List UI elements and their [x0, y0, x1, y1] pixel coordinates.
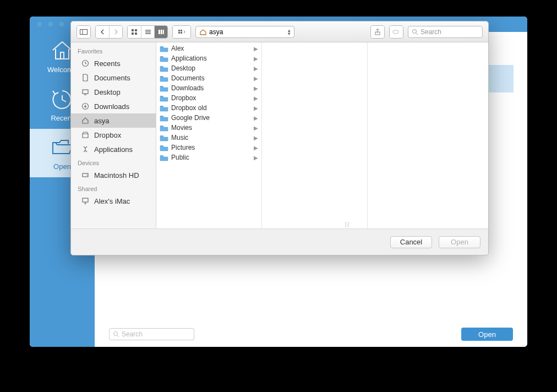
folder-icon — [160, 134, 168, 141]
folder-row-dropbox-old[interactable]: Dropbox old▶ — [156, 103, 261, 113]
svg-rect-22 — [83, 90, 88, 94]
folder-row-google-drive[interactable]: Google Drive▶ — [156, 113, 261, 123]
share-button[interactable] — [370, 25, 385, 39]
main-open-button[interactable]: Open — [461, 328, 513, 341]
chevron-right-icon: ▶ — [254, 145, 258, 151]
grid-icon — [131, 29, 138, 35]
home-icon — [81, 117, 90, 124]
svg-rect-26 — [83, 198, 88, 202]
sidebar-item-recents[interactable]: Recents — [71, 56, 156, 70]
folder-label: Documents — [171, 74, 205, 82]
folder-row-pictures[interactable]: Pictures▶ — [156, 143, 261, 153]
folder-row-documents[interactable]: Documents▶ — [156, 73, 261, 83]
sidebar-item-label: Macintosh HD — [94, 171, 139, 179]
dialog-toolbar: asya ▴▾ Search — [71, 21, 488, 42]
group-icon — [173, 26, 190, 38]
file-column-1[interactable]: Alex▶Applications▶Desktop▶Documents▶Down… — [156, 42, 262, 228]
svg-rect-4 — [132, 29, 134, 31]
app-icon — [81, 145, 90, 153]
tag-icon — [390, 26, 403, 38]
sidebar-item-label: asya — [94, 117, 109, 125]
nav-forward-button[interactable] — [109, 26, 122, 38]
group-dropdown[interactable] — [172, 25, 191, 39]
clock-icon — [81, 59, 90, 67]
folder-label: Dropbox old — [171, 104, 207, 112]
nav-back-button[interactable] — [96, 26, 109, 38]
folder-icon — [160, 75, 168, 82]
chevron-right-icon: ▶ — [254, 115, 258, 121]
path-label: asya — [209, 28, 223, 36]
tag-button[interactable] — [389, 25, 403, 39]
folder-icon — [160, 65, 168, 72]
folder-row-music[interactable]: Music▶ — [156, 133, 261, 143]
sidebar-item-label: Desktop — [94, 88, 121, 96]
main-search-input[interactable]: Search — [109, 328, 194, 340]
hdd-icon — [81, 171, 90, 179]
svg-rect-17 — [181, 32, 182, 34]
doc-icon — [81, 74, 90, 81]
folder-label: Desktop — [171, 64, 195, 72]
sidebar-section-devices: Devices — [71, 156, 156, 168]
view-list-button[interactable] — [141, 26, 154, 38]
folder-row-dropbox[interactable]: Dropbox▶ — [156, 93, 261, 103]
folder-row-downloads[interactable]: Downloads▶ — [156, 83, 261, 93]
folder-row-alex[interactable]: Alex▶ — [156, 43, 261, 53]
folder-row-movies[interactable]: Movies▶ — [156, 123, 261, 133]
sidebar-item-label: Applications — [94, 145, 133, 154]
chevron-left-icon — [100, 29, 105, 35]
search-placeholder: Search — [122, 330, 143, 338]
folder-label: Downloads — [171, 84, 204, 92]
sidebar-item-label: Documents — [94, 74, 130, 82]
svg-rect-14 — [178, 30, 180, 31]
sidebar-item-asya[interactable]: asya — [71, 113, 156, 128]
dialog-search-input[interactable]: Search — [408, 26, 483, 38]
sidebar-item-dropbox[interactable]: Dropbox — [71, 128, 156, 142]
sidebar-toggle-icon — [77, 26, 90, 38]
folder-icon — [160, 105, 168, 112]
sidebar-item-desktop[interactable]: Desktop — [71, 85, 156, 99]
sidebar-item-macintosh-hd[interactable]: Macintosh HD — [71, 168, 156, 182]
svg-rect-15 — [181, 30, 182, 31]
folder-row-desktop[interactable]: Desktop▶ — [156, 63, 261, 73]
folder-row-applications[interactable]: Applications▶ — [156, 53, 261, 63]
folder-row-public[interactable]: Public▶ — [156, 153, 261, 162]
svg-rect-16 — [178, 32, 180, 34]
folder-label: Pictures — [171, 144, 195, 151]
svg-point-1 — [114, 332, 118, 336]
chevron-right-icon: ▶ — [254, 85, 258, 91]
chevron-right-icon: ▶ — [254, 155, 258, 161]
svg-rect-5 — [135, 29, 137, 31]
sidebar-section-shared: Shared — [71, 182, 156, 194]
share-icon — [371, 26, 384, 38]
folder-label: Movies — [171, 124, 192, 132]
box-icon — [81, 131, 90, 139]
dialog-footer: Cancel Open — [71, 228, 488, 255]
sidebar-tab-label: Open — [53, 162, 71, 171]
file-column-3[interactable] — [368, 42, 488, 228]
sidebar-toggle[interactable] — [77, 25, 91, 39]
file-open-dialog: asya ▴▾ Search Favorites RecentsDocument… — [70, 21, 489, 255]
view-icons-button[interactable] — [128, 26, 141, 38]
search-icon — [412, 29, 418, 35]
folder-icon — [160, 55, 168, 62]
monitor-icon — [81, 197, 90, 205]
sidebar-item-alex-s-imac[interactable]: Alex's iMac — [71, 194, 156, 208]
file-column-2[interactable] — [262, 42, 368, 228]
folder-icon — [160, 115, 168, 122]
sidebar-item-documents[interactable]: Documents — [71, 70, 156, 85]
folder-icon — [160, 154, 168, 161]
open-button[interactable]: Open — [439, 236, 480, 248]
view-columns-button[interactable] — [154, 26, 167, 38]
resize-handle[interactable]: || — [345, 221, 350, 227]
chevron-right-icon: ▶ — [254, 66, 258, 72]
download-icon — [81, 102, 90, 110]
view-mode-buttons — [127, 25, 168, 39]
sidebar-item-downloads[interactable]: Downloads — [71, 99, 156, 113]
folder-icon — [160, 85, 168, 92]
columns-icon — [158, 29, 165, 35]
nav-buttons — [95, 25, 123, 39]
sidebar-item-applications[interactable]: Applications — [71, 142, 156, 156]
path-dropdown[interactable]: asya ▴▾ — [195, 26, 294, 38]
sidebar-item-label: Alex's iMac — [94, 197, 130, 205]
cancel-button[interactable]: Cancel — [390, 236, 432, 248]
